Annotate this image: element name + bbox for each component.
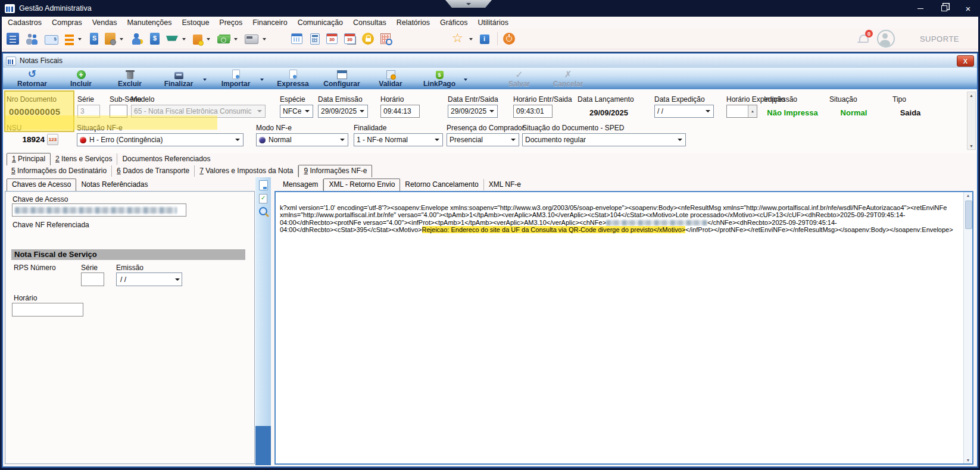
close-icon[interactable]: × xyxy=(956,0,980,17)
menu-compras[interactable]: Compras xyxy=(52,18,82,27)
restore-icon[interactable] xyxy=(932,0,956,17)
tab-retorno-cancelamento[interactable]: Retorno Cancelamento xyxy=(400,179,483,190)
splitter-thumb[interactable] xyxy=(255,426,271,465)
chevron-down-icon[interactable] xyxy=(340,139,345,141)
menu-manuten-es[interactable]: Manutenções xyxy=(127,18,171,27)
field-spinner[interactable]: ▲▼ xyxy=(726,105,757,118)
company-building-icon[interactable] xyxy=(7,33,19,45)
salesperson-icon[interactable] xyxy=(130,33,143,45)
field-select[interactable]: / / xyxy=(654,105,714,118)
xml-content[interactable]: k?xml version='1.0' encoding='utf-8'?><s… xyxy=(280,204,962,234)
magnifier-icon[interactable] xyxy=(259,207,267,215)
field-input[interactable] xyxy=(110,105,127,118)
nf-close-button[interactable]: X xyxy=(957,55,974,67)
incluir-button[interactable]: Incluir xyxy=(60,68,102,89)
bank-icon[interactable] xyxy=(150,33,160,45)
products-icon[interactable] xyxy=(105,33,116,45)
minimize-icon[interactable] xyxy=(909,0,932,17)
field-select[interactable]: 65 - Nota Fiscal Eletrônica Consumic xyxy=(131,105,266,118)
menu-cadastros[interactable]: Cadastros xyxy=(8,18,42,27)
tab-principal[interactable]: 1 Principal xyxy=(7,153,51,165)
field-select[interactable]: 29/09/2025 xyxy=(318,105,368,118)
chevron-down-icon[interactable] xyxy=(78,38,82,40)
user-avatar[interactable] xyxy=(877,30,895,48)
spin-up-icon[interactable]: ▲ xyxy=(748,105,757,117)
power-icon[interactable] xyxy=(503,33,515,45)
document-icon[interactable] xyxy=(259,180,268,190)
menu-gr-ficos[interactable]: Gráficos xyxy=(440,18,468,27)
calendar-search-icon[interactable] xyxy=(291,33,302,44)
checklist-icon[interactable] xyxy=(259,194,267,203)
rps-serie-input[interactable] xyxy=(81,272,104,286)
menu-utilit-rios[interactable]: Utilitários xyxy=(478,18,508,27)
field-input[interactable]: 09:44:13 xyxy=(380,105,420,118)
chevron-down-icon[interactable] xyxy=(511,139,516,141)
rps-emissao-select[interactable]: / / xyxy=(116,272,182,286)
chave-acesso-input[interactable] xyxy=(12,203,186,217)
field-select[interactable]: H - Erro (Contingência) xyxy=(77,133,244,146)
tab-dados-de-transporte[interactable]: 6 Dados de Transporte xyxy=(112,165,195,177)
tab-documentos-referenciados[interactable]: Documentos Referenciados xyxy=(117,153,215,165)
sequence-123-icon[interactable]: 123 xyxy=(47,134,58,145)
tab-mensagem[interactable]: Mensagem xyxy=(278,179,323,190)
favorites-star-icon[interactable] xyxy=(452,33,465,45)
chevron-down-icon[interactable] xyxy=(678,139,682,141)
form-scrollbar[interactable]: ▲▼ xyxy=(967,92,976,150)
hierarchy-icon[interactable] xyxy=(65,33,74,45)
excluir-button[interactable]: Excluir xyxy=(109,68,151,89)
tab-valores-e-impostos-da-nota[interactable]: 7 Valores e Impostos da Nota xyxy=(195,165,298,177)
services-icon[interactable] xyxy=(90,33,98,45)
scrollbar-thumb[interactable] xyxy=(965,200,972,229)
importar-button[interactable]: Importar xyxy=(215,68,257,89)
menu-estoque[interactable]: Estoque xyxy=(182,18,209,27)
field-select[interactable]: NFCe xyxy=(280,105,313,118)
field-select[interactable]: 1 - NF-e Normal xyxy=(354,133,443,146)
validar-button[interactable]: Validar xyxy=(370,68,411,89)
calculator-icon[interactable] xyxy=(310,33,320,45)
shopping-cart-icon[interactable] xyxy=(166,35,178,44)
chevron-down-icon[interactable] xyxy=(260,79,264,81)
chevron-down-icon[interactable] xyxy=(706,110,710,112)
support-label[interactable]: SUPORTE xyxy=(920,35,959,43)
notifications-bell-icon[interactable]: 0 xyxy=(857,32,870,45)
configurar-button[interactable]: Configurar xyxy=(321,68,363,89)
cash-register-icon[interactable] xyxy=(245,35,258,44)
chevron-down-icon[interactable] xyxy=(435,139,439,141)
tab-notas-refer-nciadas[interactable]: Notas Referênciadas xyxy=(76,179,152,190)
field-select[interactable]: Documento regular xyxy=(522,133,686,146)
chevron-down-icon[interactable] xyxy=(464,79,467,81)
table-search-icon[interactable] xyxy=(380,33,391,44)
finalizar-button[interactable]: Finalizar xyxy=(158,68,199,89)
menu-comunica-o[interactable]: Comunicação xyxy=(298,18,343,27)
tab-informa-es-do-destinat-rio[interactable]: 5 Informações do Destinatário xyxy=(7,165,112,177)
calendar-30-icon[interactable] xyxy=(326,33,338,44)
rps-horario-input[interactable] xyxy=(12,303,83,317)
calendar-config-icon[interactable] xyxy=(344,33,355,44)
retornar-button[interactable]: Retornar xyxy=(11,68,53,89)
spin-down-icon[interactable]: ▼ xyxy=(748,117,757,118)
chevron-down-icon[interactable] xyxy=(257,110,262,112)
field-input[interactable]: 09:43:01 xyxy=(513,105,553,118)
expressa-button[interactable]: Expressa xyxy=(272,68,314,89)
chevron-down-icon[interactable] xyxy=(235,139,240,141)
money-icon[interactable] xyxy=(217,36,230,43)
clients-icon[interactable] xyxy=(26,33,38,45)
chevron-down-icon[interactable] xyxy=(360,110,364,112)
linkpago-button[interactable]: LinkPago xyxy=(419,68,460,89)
chevron-down-icon[interactable] xyxy=(120,38,123,40)
field-select[interactable]: Normal xyxy=(256,133,348,146)
orders-icon[interactable] xyxy=(193,35,202,45)
xml-scrollbar[interactable]: ▲▼ xyxy=(963,192,972,463)
menu-pre-os[interactable]: Preços xyxy=(219,18,242,27)
field-input[interactable]: 3 xyxy=(77,105,100,118)
tab-xml-nf-e[interactable]: XML NF-e xyxy=(484,179,526,190)
chevron-down-icon[interactable] xyxy=(469,38,473,40)
menu-vendas[interactable]: Vendas xyxy=(92,18,117,27)
field-select[interactable]: Presencial xyxy=(447,133,519,146)
tab-chaves-de-acesso[interactable]: Chaves de Acesso xyxy=(7,178,76,191)
menu-relat-rios[interactable]: Relatórios xyxy=(397,18,430,27)
chevron-down-icon[interactable] xyxy=(305,110,310,112)
chevron-down-icon[interactable] xyxy=(489,110,494,112)
tab-xml-retorno-envio[interactable]: XML - Retorno Envio xyxy=(323,178,400,191)
info-icon[interactable] xyxy=(480,35,489,44)
